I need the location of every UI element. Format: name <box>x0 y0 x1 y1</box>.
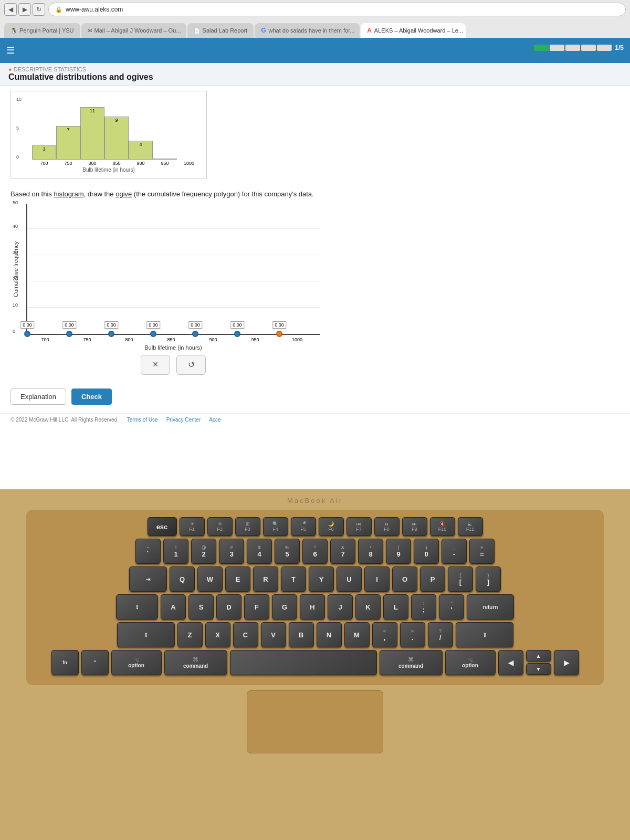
key-u[interactable]: U <box>337 566 362 592</box>
key-f7[interactable]: ⏮F7 <box>346 517 372 536</box>
explanation-button[interactable]: Explanation <box>10 388 66 405</box>
key-ctrl[interactable]: ⌃ <box>81 650 109 675</box>
key-j[interactable]: J <box>328 594 353 620</box>
key-e[interactable]: E <box>225 566 250 592</box>
ogive-point-0[interactable]: 0.00 <box>24 331 30 337</box>
key-h[interactable]: H <box>300 594 325 620</box>
key-tab[interactable]: ⇥ <box>129 566 167 592</box>
key-f5[interactable]: 🎤F5 <box>291 517 316 536</box>
tab-mail[interactable]: ✉ Mail – Abigail J Woodward – Ou... <box>81 23 186 38</box>
undo-button[interactable]: ↺ <box>176 355 206 375</box>
key-arrow-left[interactable]: ◀ <box>498 650 523 675</box>
key-d[interactable]: D <box>216 594 242 620</box>
key-0[interactable]: )0 <box>414 539 439 564</box>
tab-penguin[interactable]: 🐧 Penguin Portal | YSU <box>4 23 80 38</box>
key-shift-left[interactable]: ⇧ <box>117 622 175 647</box>
key-equal[interactable]: += <box>469 539 495 564</box>
key-esc[interactable]: esc <box>148 517 177 536</box>
key-n[interactable]: N <box>317 622 342 647</box>
key-1[interactable]: !1 <box>163 539 188 564</box>
trackpad[interactable] <box>247 690 383 753</box>
key-comma[interactable]: <, <box>372 622 397 647</box>
key-capslock[interactable]: ⇪ <box>116 594 158 620</box>
key-f3[interactable]: ⊞F3 <box>235 517 260 536</box>
key-f4[interactable]: 🔍F4 <box>263 517 288 536</box>
key-f10[interactable]: 🔇F10 <box>430 517 455 536</box>
key-f11[interactable]: 🔈F11 <box>458 517 483 536</box>
key-return[interactable]: return <box>467 594 514 620</box>
key-option-right[interactable]: ⌥option <box>445 650 496 675</box>
key-l[interactable]: L <box>383 594 408 620</box>
key-command-left[interactable]: ⌘command <box>164 650 227 675</box>
key-c[interactable]: C <box>233 622 258 647</box>
key-backtick[interactable]: ~` <box>135 539 161 564</box>
nav-back[interactable]: ◀ <box>4 3 17 16</box>
key-minus[interactable]: _- <box>442 539 467 564</box>
key-period[interactable]: >. <box>400 622 425 647</box>
key-i[interactable]: I <box>364 566 390 592</box>
nav-forward[interactable]: ▶ <box>18 3 31 16</box>
histogram-link[interactable]: histogram <box>54 190 83 198</box>
key-p[interactable]: P <box>420 566 445 592</box>
clear-button[interactable]: × <box>141 355 170 375</box>
key-o[interactable]: O <box>392 566 417 592</box>
key-quote[interactable]: "' <box>439 594 464 620</box>
ogive-point-4[interactable]: 0.00 <box>192 331 198 337</box>
key-z[interactable]: Z <box>177 622 203 647</box>
key-m[interactable]: M <box>344 622 370 647</box>
key-f8[interactable]: ⏯F8 <box>374 517 400 536</box>
key-bracket-left[interactable]: {[ <box>448 566 473 592</box>
key-option-left[interactable]: ⌥option <box>111 650 162 675</box>
key-w[interactable]: W <box>197 566 223 592</box>
key-bracket-right[interactable]: }] <box>476 566 501 592</box>
key-9[interactable]: (9 <box>386 539 411 564</box>
key-slash[interactable]: ?/ <box>428 622 453 647</box>
key-3[interactable]: #3 <box>219 539 244 564</box>
key-4[interactable]: $4 <box>247 539 272 564</box>
key-y[interactable]: Y <box>309 566 334 592</box>
key-f9[interactable]: ⏭F9 <box>402 517 427 536</box>
tab-aleks[interactable]: A ALEKS – Abigail Woodward – Le... <box>361 23 466 38</box>
key-8[interactable]: *8 <box>358 539 383 564</box>
acce-link[interactable]: Acce <box>209 417 220 423</box>
key-2[interactable]: @2 <box>191 539 216 564</box>
key-arrow-down[interactable]: ▼ <box>526 663 551 675</box>
key-shift-right[interactable]: ⇧ <box>456 622 513 647</box>
terms-link[interactable]: Terms of Use <box>127 417 158 423</box>
ogive-point-6[interactable]: 0.00 <box>276 331 282 337</box>
ogive-point-3[interactable]: 0.00 <box>150 331 156 337</box>
key-6[interactable]: ^6 <box>302 539 328 564</box>
key-f[interactable]: F <box>244 594 269 620</box>
key-x[interactable]: X <box>205 622 230 647</box>
key-g[interactable]: G <box>272 594 297 620</box>
key-fn[interactable]: fn <box>51 650 79 675</box>
ogive-link[interactable]: ogive <box>116 190 132 198</box>
privacy-link[interactable]: Privacy Center <box>166 417 201 423</box>
tab-salad[interactable]: 📄 Salad Lab Report <box>187 23 254 38</box>
key-b[interactable]: B <box>289 622 314 647</box>
url-bar[interactable]: 🔒 www-awu.aleks.com <box>48 3 626 16</box>
key-command-right[interactable]: ⌘command <box>380 650 443 675</box>
hamburger-menu[interactable]: ☰ <box>6 45 15 56</box>
check-button[interactable]: Check <box>71 388 112 405</box>
ogive-point-2[interactable]: 0.00 <box>108 331 114 337</box>
key-arrow-right[interactable]: ▶ <box>554 650 579 675</box>
key-7[interactable]: &7 <box>330 539 355 564</box>
key-k[interactable]: K <box>355 594 381 620</box>
tab-google[interactable]: G what do salads have in them for... <box>255 23 360 38</box>
key-v[interactable]: V <box>261 622 286 647</box>
key-5[interactable]: %5 <box>275 539 300 564</box>
key-semicolon[interactable]: :; <box>411 594 436 620</box>
key-a[interactable]: A <box>161 594 186 620</box>
key-s[interactable]: S <box>188 594 214 620</box>
key-f6[interactable]: 🌙F6 <box>319 517 344 536</box>
key-arrow-up[interactable]: ▲ <box>526 650 551 662</box>
key-q[interactable]: Q <box>170 566 195 592</box>
ogive-point-5[interactable]: 0.00 <box>234 331 240 337</box>
nav-reload[interactable]: ↻ <box>33 3 45 16</box>
key-f1[interactable]: ☀F1 <box>180 517 205 536</box>
ogive-point-1[interactable]: 0.00 <box>66 331 72 337</box>
key-f2[interactable]: ☀F2 <box>207 517 233 536</box>
key-t[interactable]: T <box>281 566 306 592</box>
key-space[interactable] <box>230 650 377 675</box>
